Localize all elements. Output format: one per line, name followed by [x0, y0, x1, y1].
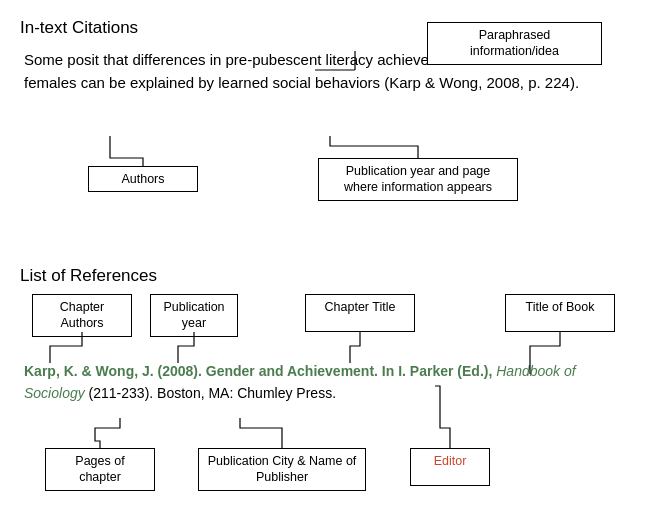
- ref-text: Karp, K. & Wong, J. (2008). Gender and A…: [20, 360, 630, 405]
- title-of-book-box: Title of Book: [505, 294, 615, 332]
- pub-year-box: Publication year: [150, 294, 238, 337]
- intext-section: In-text Citations Paraphrased informatio…: [20, 18, 630, 248]
- ref-text-after: (211-233). Boston, MA: Chumley Press.: [85, 385, 336, 401]
- authors-box: Authors: [88, 166, 198, 192]
- pub-year-page-box: Publication year and page where informat…: [318, 158, 518, 201]
- refs-title: List of References: [20, 266, 630, 286]
- refs-section: List of References Chapter Authors Publi…: [20, 266, 630, 507]
- pages-of-chapter-box: Pages of chapter: [45, 448, 155, 491]
- chapter-title-box: Chapter Title: [305, 294, 415, 332]
- ref-authors: Karp, K. & Wong, J. (2008). Gender and A…: [24, 363, 496, 379]
- paraphrased-box: Paraphrased information/idea: [427, 22, 602, 65]
- editor-box: Editor: [410, 448, 490, 486]
- pub-city-publisher-box: Publication City & Name of Publisher: [198, 448, 366, 491]
- page: In-text Citations Paraphrased informatio…: [0, 0, 650, 507]
- chapter-authors-box: Chapter Authors: [32, 294, 132, 337]
